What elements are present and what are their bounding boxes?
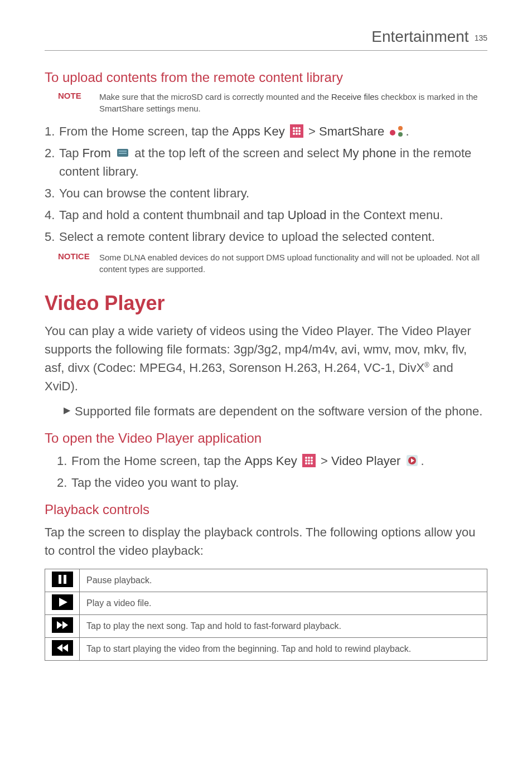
table-row: Play a video file. — [45, 592, 487, 615]
svg-point-22 — [311, 459, 313, 462]
forward-icon-cell — [45, 615, 80, 638]
step-num: 2. — [45, 144, 59, 181]
play-icon — [52, 602, 73, 612]
svg-point-12 — [398, 132, 403, 137]
notice-text: Some DLNA enabled devices do not support… — [99, 251, 487, 275]
svg-point-8 — [296, 133, 298, 135]
apps-key-icon — [302, 454, 316, 467]
open-steps: 1. From the Home screen, tap the Apps Ke… — [45, 452, 487, 492]
t: You can play a wide variety of videos us… — [45, 324, 471, 375]
upload-heading: To upload contents from the remote conte… — [45, 70, 487, 85]
t: SmartShare — [319, 124, 384, 138]
svg-point-4 — [293, 130, 295, 132]
step-body: From the Home screen, tap the Apps Key >… — [59, 122, 487, 141]
table-row: Tap to play the next song. Tap and hold … — [45, 615, 487, 638]
svg-rect-31 — [64, 575, 66, 584]
t: . — [405, 124, 409, 138]
step-5: 5. Select a remote content library devic… — [45, 227, 487, 246]
step-body: From the Home screen, tap the Apps Key >… — [71, 452, 487, 470]
svg-point-24 — [308, 462, 310, 464]
svg-point-3 — [298, 127, 301, 129]
svg-rect-15 — [119, 153, 127, 154]
upload-steps: 1. From the Home screen, tap the Apps Ke… — [45, 122, 487, 246]
note-bold: Receive files — [331, 92, 379, 101]
step-body: You can browse the content library. — [59, 184, 487, 202]
svg-point-20 — [305, 459, 307, 462]
t: From the Home screen, tap the — [71, 454, 245, 468]
table-row: Pause playback. — [45, 569, 487, 592]
svg-point-18 — [308, 457, 310, 459]
svg-point-5 — [296, 130, 298, 132]
table-row: Tap to start playing the video from the … — [45, 638, 487, 661]
step-3: 3. You can browse the content library. — [45, 184, 487, 202]
cell-text: Tap to play the next song. Tap and hold … — [80, 615, 487, 638]
note-row: NOTE Make sure that the microSD card is … — [45, 91, 487, 114]
step-num: 2. — [57, 473, 71, 492]
step-4: 4. Tap and hold a content thumbnail and … — [45, 206, 487, 224]
notice-row: NOTICE Some DLNA enabled devices do not … — [45, 251, 487, 275]
cell-text: Tap to start playing the video from the … — [80, 638, 487, 661]
video-player-para: You can play a wide variety of videos us… — [45, 322, 487, 395]
svg-point-2 — [296, 127, 298, 129]
t: Upload — [288, 208, 327, 222]
step-num: 4. — [45, 206, 59, 224]
step-num: 3. — [45, 184, 59, 202]
notice-label: NOTICE — [58, 251, 99, 275]
rewind-icon — [52, 648, 73, 657]
apps-key-icon — [290, 124, 303, 138]
video-player-title: Video Player — [45, 292, 487, 315]
t: Tap and hold a content thumbnail and tap — [59, 208, 288, 222]
step-num: 1. — [45, 122, 59, 141]
svg-point-7 — [293, 133, 295, 135]
step-num: 1. — [57, 452, 71, 470]
playback-heading: Playback controls — [45, 502, 487, 517]
svg-rect-30 — [59, 575, 61, 584]
svg-point-1 — [293, 127, 295, 129]
note-label: NOTE — [58, 91, 99, 114]
pause-icon — [52, 579, 73, 589]
step-2: 2. Tap From at the top left of the scree… — [45, 144, 487, 181]
t: > — [321, 454, 331, 468]
page-header: Entertainment 135 — [45, 28, 487, 51]
open-video-heading: To open the Video Player application — [45, 430, 487, 446]
t: . — [420, 454, 424, 468]
step-body: Tap From at the top left of the screen a… — [59, 144, 487, 181]
svg-point-11 — [398, 126, 403, 130]
fast-forward-icon — [52, 625, 73, 635]
step-1: 1. From the Home screen, tap the Apps Ke… — [45, 452, 487, 470]
step-body: Select a remote content library device t… — [59, 227, 487, 246]
t: in the Context menu. — [326, 208, 443, 222]
pause-icon-cell — [45, 569, 80, 592]
step-body: Tap the video you want to play. — [71, 473, 487, 492]
t: From — [83, 146, 111, 160]
t: Apps Key — [245, 454, 297, 468]
svg-point-10 — [390, 130, 395, 135]
svg-point-9 — [298, 133, 301, 135]
t: Video Player — [331, 454, 400, 468]
play-icon-cell — [45, 592, 80, 615]
step-body: Tap and hold a content thumbnail and tap… — [59, 206, 487, 224]
t: > — [308, 124, 319, 138]
svg-rect-29 — [52, 572, 73, 587]
smartshare-icon — [389, 125, 404, 137]
svg-rect-14 — [119, 151, 127, 152]
t: at the top left of the screen and select — [134, 146, 342, 160]
bullet-row: ▶ Supported file formats are dependent o… — [64, 402, 487, 420]
step-1: 1. From the Home screen, tap the Apps Ke… — [45, 122, 487, 141]
rewind-icon-cell — [45, 638, 80, 661]
controls-table: Pause playback. Play a video file. Tap t… — [45, 569, 487, 661]
playback-para: Tap the screen to display the playback c… — [45, 523, 487, 560]
from-icon — [116, 147, 129, 158]
video-player-icon — [405, 454, 419, 467]
t: Tap — [59, 146, 83, 160]
svg-point-21 — [308, 459, 310, 462]
step-2: 2. Tap the video you want to play. — [45, 473, 487, 492]
header-title: Entertainment — [371, 28, 468, 46]
reg-mark: ® — [424, 361, 429, 369]
bullet-body: Supported file formats are dependent on … — [75, 402, 482, 420]
note-part-a: Make sure that the microSD card is corre… — [99, 92, 331, 101]
svg-point-6 — [298, 130, 301, 132]
cell-text: Pause playback. — [80, 569, 487, 592]
svg-point-19 — [311, 457, 313, 459]
svg-point-23 — [305, 462, 307, 464]
